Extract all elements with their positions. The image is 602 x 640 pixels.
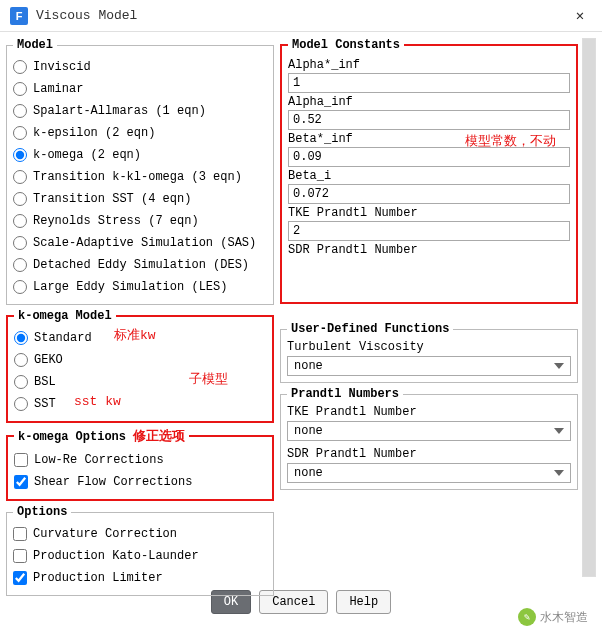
model-radio-transition-kklomega[interactable] bbox=[13, 170, 27, 184]
prandtl-value: none bbox=[294, 424, 323, 438]
udf-label: Turbulent Viscosity bbox=[287, 340, 571, 354]
window-title: Viscous Model bbox=[36, 8, 568, 23]
close-button[interactable]: ✕ bbox=[568, 7, 592, 24]
app-icon: F bbox=[10, 7, 28, 25]
model-label: Transition SST (4 eqn) bbox=[33, 190, 191, 208]
model-label: Reynolds Stress (7 eqn) bbox=[33, 212, 199, 230]
komega-label: GEKO bbox=[34, 351, 63, 369]
annot-corr: 修正选项 bbox=[133, 429, 185, 444]
chevron-down-icon bbox=[554, 363, 564, 369]
prandtl-label: TKE Prandtl Number bbox=[287, 405, 571, 419]
komega-options-legend: k-omega Options 修正选项 bbox=[14, 427, 189, 445]
model-radio-komega[interactable] bbox=[13, 148, 27, 162]
mc-input-alpha[interactable] bbox=[288, 110, 570, 130]
annot-standard-kw: 标准kw bbox=[114, 327, 156, 345]
model-legend: Model bbox=[13, 38, 57, 52]
left-column: Model Inviscid Laminar Spalart-Allmaras … bbox=[6, 38, 274, 577]
watermark: ✎ 水木智造 bbox=[518, 608, 588, 626]
mc-input-alphastar[interactable] bbox=[288, 73, 570, 93]
model-label: k-omega (2 eqn) bbox=[33, 146, 141, 164]
model-radio-sas[interactable] bbox=[13, 236, 27, 250]
model-group: Model Inviscid Laminar Spalart-Allmaras … bbox=[6, 38, 274, 305]
check-label: Curvature Correction bbox=[33, 525, 177, 543]
model-label: Transition k-kl-omega (3 eqn) bbox=[33, 168, 242, 186]
annot-sst-kw: sst kw bbox=[74, 393, 121, 411]
wechat-icon: ✎ bbox=[518, 608, 536, 626]
dialog-content: Model Inviscid Laminar Spalart-Allmaras … bbox=[0, 32, 602, 577]
check-curvature[interactable] bbox=[13, 527, 27, 541]
model-radio-kepsilon[interactable] bbox=[13, 126, 27, 140]
watermark-text: 水木智造 bbox=[540, 609, 588, 626]
model-radio-les[interactable] bbox=[13, 280, 27, 294]
annot-submodel: 子模型 bbox=[189, 371, 228, 389]
model-label: Detached Eddy Simulation (DES) bbox=[33, 256, 249, 274]
options-group: Options Curvature Correction Production … bbox=[6, 505, 274, 596]
udf-select-turbvisc[interactable]: none bbox=[287, 356, 571, 376]
model-radio-transition-sst[interactable] bbox=[13, 192, 27, 206]
check-label: Production Limiter bbox=[33, 569, 163, 587]
mc-input-tkepr[interactable] bbox=[288, 221, 570, 241]
komega-model-group: k-omega Model Standard 标准kw GEKO BSL 子模型… bbox=[6, 309, 274, 423]
prandtl-legend: Prandtl Numbers bbox=[287, 387, 403, 401]
prandtl-group: Prandtl Numbers TKE Prandtl Number none … bbox=[280, 387, 578, 490]
komega-radio-bsl[interactable] bbox=[14, 375, 28, 389]
check-label: Production Kato-Launder bbox=[33, 547, 199, 565]
komega-radio-geko[interactable] bbox=[14, 353, 28, 367]
mc-input-betai[interactable] bbox=[288, 184, 570, 204]
model-label: Spalart-Allmaras (1 eqn) bbox=[33, 102, 206, 120]
model-radio-laminar[interactable] bbox=[13, 82, 27, 96]
komega-label: Standard bbox=[34, 329, 92, 347]
model-radio-inviscid[interactable] bbox=[13, 60, 27, 74]
chevron-down-icon bbox=[554, 428, 564, 434]
mc-label: Beta*_inf bbox=[288, 132, 570, 146]
prandtl-select-sdr[interactable]: none bbox=[287, 463, 571, 483]
model-label: Scale-Adaptive Simulation (SAS) bbox=[33, 234, 256, 252]
model-constants-legend: Model Constants bbox=[288, 38, 404, 52]
check-lowre[interactable] bbox=[14, 453, 28, 467]
komega-options-group: k-omega Options 修正选项 Low-Re Corrections … bbox=[6, 427, 274, 501]
mc-input-betastar[interactable] bbox=[288, 147, 570, 167]
model-radio-spalart[interactable] bbox=[13, 104, 27, 118]
komega-model-legend: k-omega Model bbox=[14, 309, 116, 323]
check-shearflow[interactable] bbox=[14, 475, 28, 489]
udf-legend: User-Defined Functions bbox=[287, 322, 453, 336]
prandtl-select-tke[interactable]: none bbox=[287, 421, 571, 441]
komega-radio-sst[interactable] bbox=[14, 397, 28, 411]
check-prodlimiter[interactable] bbox=[13, 571, 27, 585]
komega-label: SST bbox=[34, 395, 56, 413]
titlebar: F Viscous Model ✕ bbox=[0, 0, 602, 32]
model-radio-des[interactable] bbox=[13, 258, 27, 272]
scrollbar[interactable] bbox=[582, 38, 596, 577]
model-constants-group: Model Constants 模型常数，不动 Alpha*_inf Alpha… bbox=[280, 38, 578, 304]
udf-group: User-Defined Functions Turbulent Viscosi… bbox=[280, 322, 578, 383]
chevron-down-icon bbox=[554, 470, 564, 476]
model-label: Inviscid bbox=[33, 58, 91, 76]
mc-label: SDR Prandtl Number bbox=[288, 243, 570, 257]
model-radio-reynolds-stress[interactable] bbox=[13, 214, 27, 228]
scrollbar-thumb[interactable] bbox=[583, 39, 595, 576]
mc-label: Alpha_inf bbox=[288, 95, 570, 109]
komega-label: BSL bbox=[34, 373, 56, 391]
help-button[interactable]: Help bbox=[336, 590, 391, 614]
check-label: Shear Flow Corrections bbox=[34, 473, 192, 491]
check-kato[interactable] bbox=[13, 549, 27, 563]
komega-radio-standard[interactable] bbox=[14, 331, 28, 345]
check-label: Low-Re Corrections bbox=[34, 451, 164, 469]
model-label: Large Eddy Simulation (LES) bbox=[33, 278, 227, 296]
udf-value: none bbox=[294, 359, 323, 373]
mc-label: Alpha*_inf bbox=[288, 58, 570, 72]
mc-label: Beta_i bbox=[288, 169, 570, 183]
model-label: Laminar bbox=[33, 80, 83, 98]
prandtl-label: SDR Prandtl Number bbox=[287, 447, 571, 461]
model-label: k-epsilon (2 eqn) bbox=[33, 124, 155, 142]
mc-label: TKE Prandtl Number bbox=[288, 206, 570, 220]
prandtl-value: none bbox=[294, 466, 323, 480]
options-legend: Options bbox=[13, 505, 71, 519]
